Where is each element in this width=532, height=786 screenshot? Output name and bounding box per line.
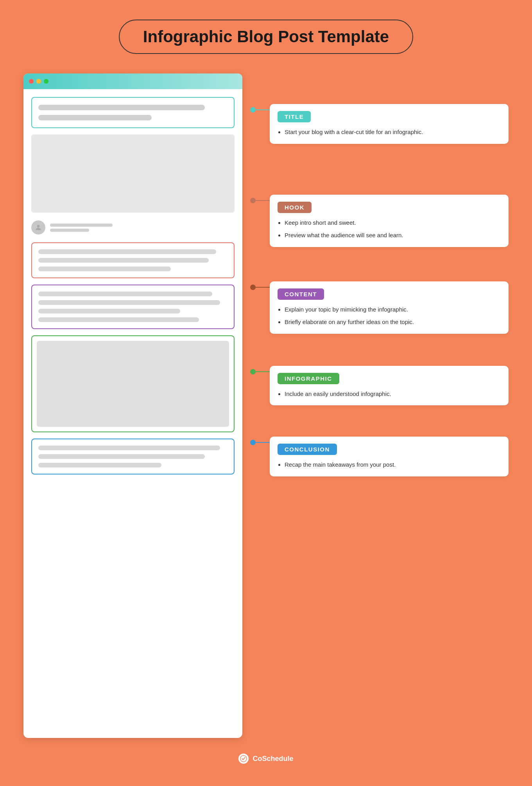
browser-hook-image: [31, 134, 235, 213]
annotation-content: CONTENT Explain your topic by mimicking …: [250, 281, 509, 334]
c2-line4: [38, 317, 199, 322]
card-infographic: INFOGRAPHIC Include an easily understood…: [270, 366, 509, 406]
badge-hook: HOOK: [278, 202, 312, 213]
spacer-infographic: [250, 334, 509, 366]
browser-dot-red: [29, 79, 34, 84]
connector-infographic: [250, 366, 270, 374]
bullet-title-1: Start your blog with a clear-cut title f…: [285, 128, 501, 137]
dot-infographic: [250, 369, 256, 374]
bullets-title: Start your blog with a clear-cut title f…: [278, 128, 501, 137]
coschedule-brand: CoSchedule: [253, 755, 293, 763]
browser-content-section-2: [31, 285, 235, 329]
title-banner: Infographic Blog Post Template: [119, 20, 413, 54]
page-title: Infographic Blog Post Template: [143, 27, 389, 46]
c2-line1: [38, 292, 212, 296]
conc-line3: [38, 463, 161, 467]
bullet-infographic-1: Include an easily understood infographic…: [285, 390, 501, 399]
browser-content-section-1: [31, 242, 235, 278]
author-name-line: [50, 224, 113, 227]
badge-content: CONTENT: [278, 288, 324, 300]
card-hook: HOOK Keep intro short and sweet. Preview…: [270, 195, 509, 247]
connector-content: [250, 281, 270, 290]
conc-line2: [38, 454, 205, 459]
browser-title-section: [31, 97, 235, 128]
author-meta-line: [50, 229, 89, 232]
bullet-conclusion-1: Recap the main takeaways from your post.: [285, 460, 501, 469]
bullet-content-1: Explain your topic by mimicking the info…: [285, 305, 501, 314]
coschedule-logo-icon: [238, 754, 249, 764]
card-title: TITLE Start your blog with a clear-cut t…: [270, 104, 509, 144]
footer: CoSchedule: [238, 754, 293, 764]
annotation-hook: HOOK Keep intro short and sweet. Preview…: [250, 195, 509, 247]
c2-line3: [38, 309, 180, 313]
badge-title: TITLE: [278, 111, 311, 122]
bullet-hook-1: Keep intro short and sweet.: [285, 218, 501, 227]
main-layout: TITLE Start your blog with a clear-cut t…: [23, 73, 509, 738]
dot-title: [250, 107, 256, 113]
bullets-infographic: Include an easily understood infographic…: [278, 390, 501, 399]
connector-title: [250, 104, 270, 113]
connector-hook: [250, 195, 270, 203]
browser-content: [23, 89, 242, 486]
c1-line3: [38, 267, 171, 271]
dot-conclusion: [250, 440, 256, 445]
browser-conclusion-section: [31, 439, 235, 474]
badge-infographic: INFOGRAPHIC: [278, 373, 339, 384]
annotation-title: TITLE Start your blog with a clear-cut t…: [250, 104, 509, 144]
spacer-conclusion: [250, 405, 509, 437]
title-line-2: [38, 115, 152, 120]
browser-infographic-section: [31, 335, 235, 432]
conc-line1: [38, 446, 220, 450]
card-conclusion: CONCLUSION Recap the main takeaways from…: [270, 437, 509, 476]
author-row: [31, 219, 235, 236]
author-info: [50, 224, 113, 232]
card-content: CONTENT Explain your topic by mimicking …: [270, 281, 509, 334]
browser-infographic-image: [37, 341, 229, 427]
bullets-content: Explain your topic by mimicking the info…: [278, 305, 501, 327]
bullet-hook-2: Preview what the audience will see and l…: [285, 231, 501, 240]
annotation-conclusion: CONCLUSION Recap the main takeaways from…: [250, 437, 509, 476]
c2-line2: [38, 300, 220, 305]
browser-mockup: [23, 73, 242, 738]
connector-conclusion: [250, 437, 270, 445]
line-hook: [256, 200, 270, 201]
browser-dot-green: [44, 79, 48, 84]
annotations-panel: TITLE Start your blog with a clear-cut t…: [242, 73, 509, 738]
bullet-content-2: Briefly elaborate on any further ideas o…: [285, 318, 501, 327]
bullets-conclusion: Recap the main takeaways from your post.: [278, 460, 501, 469]
dot-content: [250, 285, 256, 290]
c1-line1: [38, 249, 216, 254]
svg-point-0: [37, 225, 40, 227]
browser-dot-yellow: [36, 79, 41, 84]
spacer-title: [250, 73, 509, 104]
bullets-hook: Keep intro short and sweet. Preview what…: [278, 218, 501, 240]
line-content: [256, 287, 270, 288]
spacer-content: [250, 247, 509, 281]
author-avatar: [31, 220, 45, 235]
c1-line2: [38, 258, 209, 263]
title-line-1: [38, 105, 205, 110]
line-conclusion: [256, 442, 270, 443]
line-infographic: [256, 371, 270, 372]
annotation-infographic: INFOGRAPHIC Include an easily understood…: [250, 366, 509, 406]
browser-titlebar: [23, 73, 242, 89]
dot-hook: [250, 198, 256, 203]
badge-conclusion: CONCLUSION: [278, 444, 337, 455]
spacer-hook: [250, 144, 509, 195]
line-title: [256, 109, 270, 110]
